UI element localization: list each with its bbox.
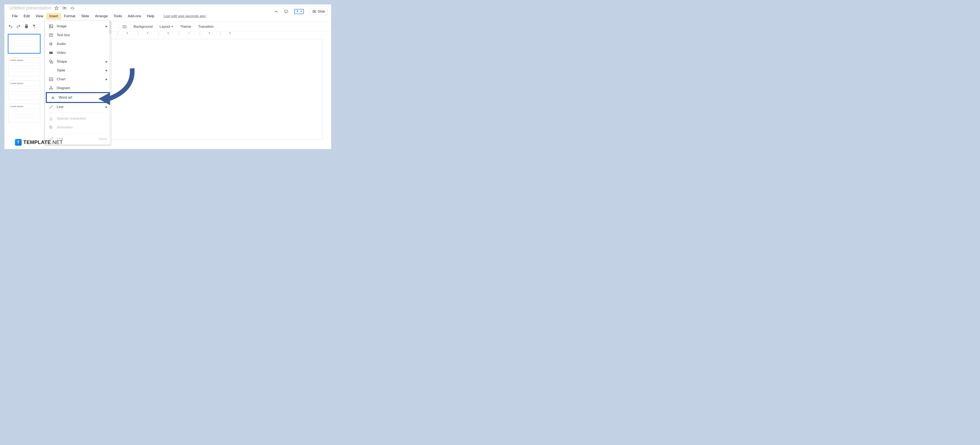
- activity-icon[interactable]: [274, 10, 278, 14]
- svg-marker-0: [55, 6, 58, 10]
- menu-label: Text box: [57, 33, 70, 37]
- watermark: T TEMPLATE.NET: [15, 139, 63, 146]
- menu-addons[interactable]: Add-ons: [125, 13, 144, 19]
- insert-dropdown: Image ▶ Text box Audio Video Shape ▶ Tab…: [45, 21, 111, 145]
- textbox-icon: [49, 33, 53, 37]
- redo-icon[interactable]: [16, 24, 21, 29]
- shape-icon: [49, 59, 53, 64]
- chevron-right-icon: ▶: [106, 60, 108, 63]
- insert-animation[interactable]: Animation: [45, 123, 111, 132]
- menu-slide[interactable]: Slide: [78, 13, 92, 19]
- audio-icon: [49, 41, 53, 46]
- menu-label: Audio: [57, 42, 66, 46]
- menu-label: Video: [57, 51, 66, 55]
- undo-icon[interactable]: [8, 24, 13, 29]
- toolbar-separator: [40, 24, 40, 29]
- menu-file[interactable]: File: [9, 13, 21, 19]
- present-label: Slide: [318, 10, 325, 13]
- insert-special-characters[interactable]: Special characters: [45, 114, 111, 123]
- slide-thumbnail[interactable]: Lorem ipsum: [8, 57, 40, 76]
- insert-diagram[interactable]: Diagram: [45, 84, 111, 93]
- image-icon: [49, 24, 53, 29]
- svg-rect-7: [49, 52, 53, 54]
- svg-point-13: [52, 89, 53, 89]
- insert-audio[interactable]: Audio: [45, 40, 111, 48]
- video-icon: [49, 51, 53, 55]
- menu-edit[interactable]: Edit: [21, 13, 33, 19]
- insert-wordart[interactable]: Word art: [46, 92, 110, 103]
- ruler-label: 4: [126, 32, 128, 34]
- menu-arrange[interactable]: Arrange: [92, 13, 110, 19]
- svg-point-14: [50, 126, 52, 129]
- ruler-label: 8: [209, 32, 210, 34]
- ruler-label: 9: [229, 32, 231, 34]
- transition-button[interactable]: Transition: [195, 23, 217, 30]
- insert-shape[interactable]: Shape ▶: [45, 57, 111, 66]
- ruler-label: 5: [147, 32, 148, 34]
- document-title[interactable]: Untitled presentation: [9, 5, 51, 11]
- watermark-text: TEMPLATE.NET: [23, 139, 63, 145]
- slide-thumbnail[interactable]: [8, 34, 40, 53]
- menu-divider: [48, 113, 108, 113]
- insert-textbox[interactable]: Text box: [45, 31, 111, 40]
- insert-video[interactable]: Video: [45, 48, 111, 57]
- menu-label: Shape: [57, 59, 67, 64]
- menu-insert[interactable]: Insert: [46, 13, 61, 19]
- present-button[interactable]: Slide: [310, 8, 328, 15]
- title-icon-group: [54, 6, 75, 10]
- top-right-controls: Slide: [274, 8, 328, 15]
- svg-point-11: [51, 86, 51, 87]
- menu-view[interactable]: View: [33, 13, 46, 19]
- chevron-right-icon: ▶: [106, 69, 108, 72]
- menu-label: Table: [57, 68, 65, 73]
- app-window: Untitled presentation Slide File Edit Vi…: [4, 4, 331, 149]
- background-button[interactable]: Background: [130, 23, 156, 30]
- svg-point-12: [49, 89, 50, 89]
- chart-icon: [49, 77, 53, 81]
- svg-rect-4: [49, 25, 53, 28]
- menu-label: Word art: [59, 96, 72, 100]
- insert-chart[interactable]: Chart ▶: [45, 75, 111, 84]
- comment-icon[interactable]: [284, 10, 288, 14]
- menu-label: Diagram: [57, 86, 70, 90]
- new-slide-button[interactable]: [119, 23, 130, 30]
- diagram-icon: [49, 86, 53, 90]
- chevron-right-icon: ▶: [106, 25, 108, 28]
- insert-image[interactable]: Image ▶: [45, 22, 111, 31]
- move-folder-icon[interactable]: [62, 6, 67, 10]
- menu-tools[interactable]: Tools: [111, 13, 125, 19]
- film-strip[interactable]: Lorem ipsum Lorem ipsum Lorem ipsum: [5, 31, 44, 149]
- svg-point-15: [49, 126, 52, 128]
- slide-tools: Background Layout Theme Transition: [119, 22, 217, 32]
- thumb-text: Lorem ipsum: [10, 82, 24, 85]
- paint-format-icon[interactable]: [32, 24, 37, 29]
- insert-table[interactable]: Table ▶: [45, 66, 111, 75]
- slide-thumbnail[interactable]: Lorem ipsum: [8, 80, 40, 99]
- layout-button[interactable]: Layout: [156, 23, 177, 30]
- star-icon[interactable]: [54, 6, 59, 10]
- menu-label: Chart: [57, 77, 65, 81]
- table-icon: [49, 68, 53, 73]
- watermark-logo-icon: T: [15, 139, 22, 146]
- chevron-right-icon: ▶: [106, 105, 108, 108]
- menu-format[interactable]: Format: [61, 13, 78, 19]
- ruler-label: 6: [167, 32, 169, 34]
- slide-thumbnail[interactable]: Lorem ipsum: [8, 104, 40, 123]
- svg-point-8: [49, 60, 52, 62]
- last-edit-link[interactable]: Last edit was seconds ago: [164, 14, 205, 18]
- menu-label: Special characters: [57, 116, 86, 121]
- print-icon[interactable]: [24, 24, 29, 29]
- wordart-icon: [51, 95, 55, 100]
- menu-label: Image: [57, 24, 67, 29]
- svg-point-5: [50, 26, 51, 26]
- omega-icon: [49, 116, 53, 121]
- insert-line[interactable]: Line ▶: [45, 102, 111, 112]
- ruler-label: 7: [188, 32, 189, 34]
- watermark-brand: TEMPLATE: [23, 139, 51, 145]
- cloud-status-icon[interactable]: [70, 6, 75, 10]
- share-button[interactable]: [294, 9, 304, 14]
- menu-help[interactable]: Help: [144, 13, 157, 19]
- theme-button[interactable]: Theme: [177, 23, 195, 30]
- thumb-text: Lorem ipsum: [10, 59, 24, 61]
- layout-label: Layout: [159, 25, 170, 29]
